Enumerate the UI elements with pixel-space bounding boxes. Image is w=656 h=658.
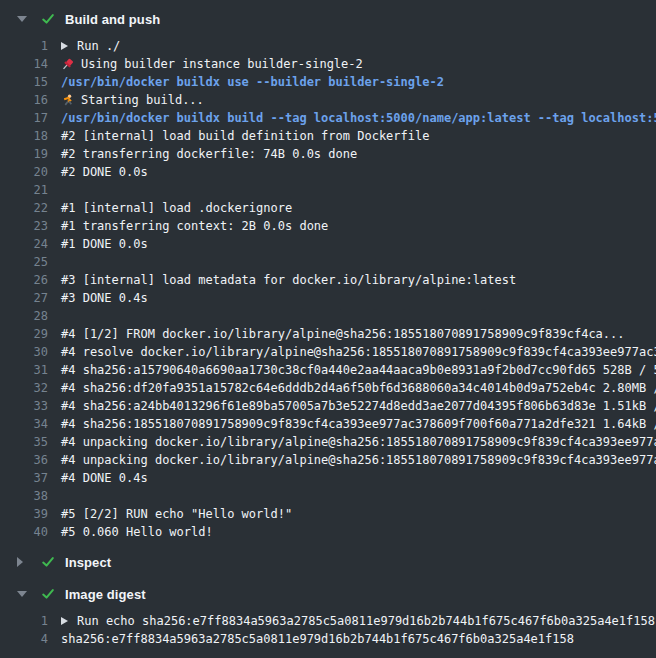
log-line: 30#4 resolve docker.io/library/alpine@sh…: [0, 343, 656, 361]
log-line-text: #2 [internal] load build definition from…: [61, 129, 429, 143]
log-line-content: #4 sha256:a24bb4013296f61e89ba57005a7b3e…: [61, 399, 656, 413]
log-line: 39#5 [2/2] RUN echo "Hello world!": [0, 505, 656, 523]
log-line: 36#4 unpacking docker.io/library/alpine@…: [0, 451, 656, 469]
line-number[interactable]: 38: [0, 489, 48, 503]
log-line-text: #4 DONE 0.4s: [61, 471, 148, 485]
log-line: 35#4 unpacking docker.io/library/alpine@…: [0, 433, 656, 451]
log-line: 37#4 DONE 0.4s: [0, 469, 656, 487]
log-line-text: #5 0.060 Hello world!: [61, 525, 213, 539]
log-lines: 1Run ./14Using builder instance builder-…: [0, 37, 656, 541]
line-number[interactable]: 21: [0, 183, 48, 197]
log-line-content: #4 unpacking docker.io/library/alpine@sh…: [61, 435, 656, 449]
log-line-content: #4 sha256:185518070891758909c9f839cf4ca3…: [61, 417, 656, 431]
section-header-build-and-push[interactable]: Build and push: [0, 8, 656, 30]
log-line-text: #4 sha256:a24bb4013296f61e89ba57005a7b3e…: [61, 399, 656, 413]
line-number[interactable]: 37: [0, 471, 48, 485]
log-line-text: #4 resolve docker.io/library/alpine@sha2…: [61, 345, 656, 359]
line-number[interactable]: 22: [0, 201, 48, 215]
chevron-right-icon: [17, 557, 41, 567]
line-number[interactable]: 33: [0, 399, 48, 413]
section-title: Build and push: [65, 12, 160, 27]
log-line-text: #4 sha256:a15790640a6690aa1730c38cf0a440…: [61, 363, 656, 377]
log-line-text: #3 DONE 0.4s: [61, 291, 148, 305]
line-number[interactable]: 17: [0, 111, 48, 125]
section-header-image-digest[interactable]: Image digest: [0, 583, 656, 605]
log-line-content: Run echo sha256:e7ff8834a5963a2785c5a081…: [61, 614, 655, 628]
workflow-log-viewer: Build and push1Run ./14Using builder ins…: [0, 0, 656, 648]
line-number[interactable]: 36: [0, 453, 48, 467]
line-number[interactable]: 24: [0, 237, 48, 251]
log-line: 27#3 DONE 0.4s: [0, 289, 656, 307]
section-title: Image digest: [65, 587, 146, 602]
log-line: 38: [0, 487, 656, 505]
log-line: 29#4 [1/2] FROM docker.io/library/alpine…: [0, 325, 656, 343]
line-number[interactable]: 25: [0, 255, 48, 269]
log-line-content: /usr/bin/docker buildx build --tag local…: [61, 111, 656, 125]
line-number[interactable]: 15: [0, 75, 48, 89]
log-line-text: #1 [internal] load .dockerignore: [61, 201, 292, 215]
log-line: 26#3 [internal] load metadata for docker…: [0, 271, 656, 289]
line-number[interactable]: 1: [0, 39, 48, 53]
log-line: 28: [0, 307, 656, 325]
log-line-content: #1 transferring context: 2B 0.0s done: [61, 219, 328, 233]
success-check-icon: [41, 555, 55, 569]
line-number[interactable]: 34: [0, 417, 48, 431]
log-line-text: #2 DONE 0.0s: [61, 165, 148, 179]
line-number[interactable]: 30: [0, 345, 48, 359]
line-number[interactable]: 28: [0, 309, 48, 323]
log-line-content: #2 DONE 0.0s: [61, 165, 148, 179]
log-line-text: #4 unpacking docker.io/library/alpine@sh…: [61, 453, 656, 467]
log-line-content: #5 [2/2] RUN echo "Hello world!": [61, 507, 292, 521]
log-line-content: Run ./: [61, 39, 120, 53]
log-line-text: #3 [internal] load metadata for docker.i…: [61, 273, 516, 287]
log-line-content: #4 [1/2] FROM docker.io/library/alpine@s…: [61, 327, 625, 341]
line-number[interactable]: 29: [0, 327, 48, 341]
log-line: 14Using builder instance builder-single-…: [0, 55, 656, 73]
log-line-text: Starting build...: [81, 93, 204, 107]
log-section-build-and-push: Build and push1Run ./14Using builder ins…: [0, 8, 656, 541]
section-title: Inspect: [65, 555, 111, 570]
log-line-text: #4 [1/2] FROM docker.io/library/alpine@s…: [61, 327, 625, 341]
log-section-image-digest: Image digest1Run echo sha256:e7ff8834a59…: [0, 583, 656, 648]
line-number[interactable]: 26: [0, 273, 48, 287]
line-number[interactable]: 23: [0, 219, 48, 233]
line-number[interactable]: 4: [0, 632, 48, 646]
log-line: 4sha256:e7ff8834a5963a2785c5a0811e979d16…: [0, 630, 656, 648]
line-number[interactable]: 27: [0, 291, 48, 305]
log-line: 23#1 transferring context: 2B 0.0s done: [0, 217, 656, 235]
line-number[interactable]: 40: [0, 525, 48, 539]
runner-icon: [61, 93, 75, 107]
line-number[interactable]: 16: [0, 93, 48, 107]
log-line-text: Run ./: [77, 39, 120, 53]
log-line: 24#1 DONE 0.0s: [0, 235, 656, 253]
log-line: 25: [0, 253, 656, 271]
log-line-content: #2 transferring dockerfile: 74B 0.0s don…: [61, 147, 357, 161]
log-line-text: #1 DONE 0.0s: [61, 237, 148, 251]
line-number[interactable]: 20: [0, 165, 48, 179]
pushpin-icon: [61, 57, 75, 71]
log-line-content: /usr/bin/docker buildx use --builder bui…: [61, 75, 444, 89]
log-line-content: #1 [internal] load .dockerignore: [61, 201, 292, 215]
line-number[interactable]: 32: [0, 381, 48, 395]
log-line-text: #1 transferring context: 2B 0.0s done: [61, 219, 328, 233]
log-line: 21: [0, 181, 656, 199]
line-number[interactable]: 35: [0, 435, 48, 449]
log-line-text: #4 unpacking docker.io/library/alpine@sh…: [61, 435, 656, 449]
line-number[interactable]: 39: [0, 507, 48, 521]
line-number[interactable]: 31: [0, 363, 48, 377]
line-number[interactable]: 1: [0, 614, 48, 628]
chevron-down-icon: [17, 16, 41, 22]
line-number[interactable]: 19: [0, 147, 48, 161]
log-line-text: /usr/bin/docker buildx use --builder bui…: [61, 75, 444, 89]
section-header-inspect[interactable]: Inspect: [0, 551, 656, 573]
log-section-inspect: Inspect: [0, 551, 656, 573]
success-check-icon: [41, 587, 55, 601]
line-number[interactable]: 18: [0, 129, 48, 143]
expand-group-icon[interactable]: [61, 617, 68, 625]
expand-group-icon[interactable]: [61, 42, 68, 50]
log-line-text: #4 sha256:185518070891758909c9f839cf4ca3…: [61, 417, 656, 431]
line-number[interactable]: 14: [0, 57, 48, 71]
log-line-content: #1 DONE 0.0s: [61, 237, 148, 251]
log-line: 31#4 sha256:a15790640a6690aa1730c38cf0a4…: [0, 361, 656, 379]
log-line-content: #3 DONE 0.4s: [61, 291, 148, 305]
